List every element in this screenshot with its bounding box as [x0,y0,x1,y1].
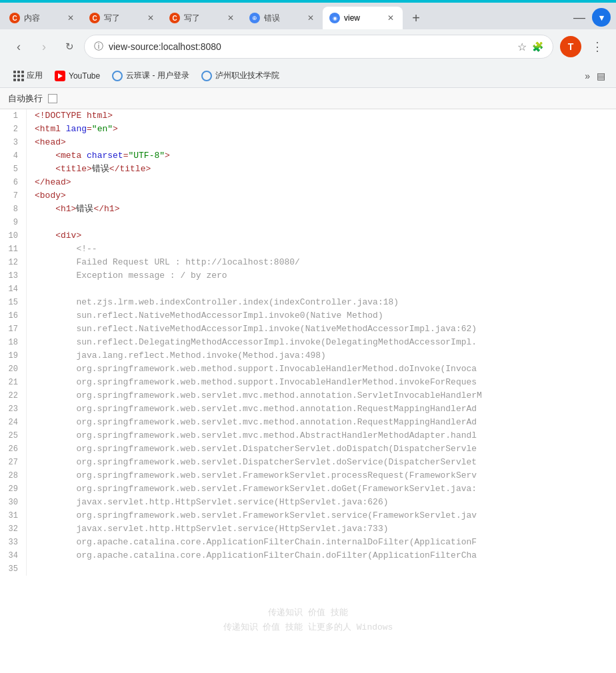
line-number: 10 [0,229,27,243]
tab-2[interactable]: C 写了 ✕ [83,7,163,29]
line-content: org.springframework.web.servlet.Dispatch… [27,442,477,456]
source-line: 8 <h1>错误</h1> [0,203,616,216]
source-line: 10 <div> [0,229,616,243]
source-line: 3 <head> [0,136,616,149]
line-content: org.springframework.web.method.support.I… [27,362,477,376]
line-content: org.apache.catalina.core.ApplicationFilt… [27,536,477,549]
line-content: org.springframework.web.servlet.Dispatch… [27,456,477,469]
menu-button[interactable]: ⋮ [587,36,608,57]
line-number: 28 [0,469,27,482]
line-number: 24 [0,416,27,429]
tab2-close[interactable]: ✕ [145,13,156,23]
profile-button[interactable]: T [560,36,581,57]
line-number: 6 [0,176,27,189]
luzhou-favicon [201,71,212,81]
source-line: 14 [0,283,616,296]
tab-right-controls: — ▾ [569,8,616,29]
line-number: 14 [0,283,27,296]
source-line: 16 sun.reflect.NativeMethodAccessorImpl.… [0,309,616,323]
line-number: 34 [0,549,27,562]
tab-5-active[interactable]: ◉ view ✕ [323,7,403,29]
bookmark-yunban[interactable]: 云班课 - 用户登录 [107,67,195,84]
line-content: <!-- [27,243,97,256]
tab-1[interactable]: C 内容 ✕ [3,7,83,29]
bookmark-star-icon[interactable]: ☆ [517,41,527,53]
line-content: org.springframework.web.servlet.mvc.meth… [27,402,477,416]
line-content: <head> [27,136,66,149]
reload-button[interactable]: ↻ [59,36,80,57]
extensions-icon[interactable]: 🧩 [532,41,543,52]
line-content: javax.servlet.http.HttpServlet.service(H… [27,522,389,536]
tab1-close[interactable]: ✕ [65,13,76,23]
line-content: net.zjs.lrm.web.indexController.index(in… [27,296,399,309]
line-number: 26 [0,442,27,456]
line-number: 31 [0,509,27,522]
back-button[interactable]: ‹ [8,36,29,57]
line-content: org.springframework.web.servlet.Framewor… [27,482,477,496]
source-line: 15 net.zjs.lrm.web.indexController.index… [0,296,616,309]
line-content: Failed Request URL : http://localhost:80… [27,256,300,269]
tab4-favicon: ⊕ [249,13,260,23]
source-line: 21 org.springframework.web.method.suppor… [0,376,616,389]
line-content: <body> [27,189,66,203]
apps-grid-icon [13,71,24,81]
line-content: </head> [27,176,71,189]
info-icon: ⓘ [94,41,103,53]
address-input-area[interactable]: ⓘ view-source:localhost:8080 ☆ 🧩 [84,35,553,59]
sidebar-button[interactable]: ▤ [594,68,608,84]
line-content: org.springframework.web.servlet.mvc.meth… [27,429,477,442]
line-number: 13 [0,269,27,283]
forward-button[interactable]: › [33,36,55,57]
source-line: 33 org.apache.catalina.core.ApplicationF… [0,536,616,549]
line-number: 7 [0,189,27,203]
bookmark-luzhou[interactable]: 泸州职业技术学院 [196,67,285,84]
minimize-button[interactable]: — [569,11,589,25]
source-line: 11 <!-- [0,243,616,256]
line-number: 35 [0,562,27,576]
profile-icon[interactable]: ▾ [592,8,611,27]
tab4-title: 错误 [264,13,301,24]
line-number: 5 [0,163,27,176]
source-line: 13 Exception message : / by zero [0,269,616,283]
auto-wrap-checkbox[interactable] [48,94,57,103]
source-line: 24 org.springframework.web.servlet.mvc.m… [0,416,616,429]
tab4-close[interactable]: ✕ [305,13,316,23]
source-line: 29 org.springframework.web.servlet.Frame… [0,482,616,496]
line-number: 27 [0,456,27,469]
line-number: 22 [0,389,27,402]
source-line: 7 <body> [0,189,616,203]
tab1-title: 内容 [24,13,61,24]
line-content: <!DOCTYPE html> [27,109,113,123]
bookmark-apps[interactable]: 应用 [8,67,48,84]
line-content: <title>错误</title> [27,163,151,176]
source-line: 27 org.springframework.web.servlet.Dispa… [0,456,616,469]
line-number: 32 [0,522,27,536]
line-number: 25 [0,429,27,442]
line-number: 15 [0,296,27,309]
source-code-area[interactable]: 1 <!DOCTYPE html> 2 <html lang="en"> 3 <… [0,109,616,673]
line-content: org.springframework.web.servlet.Framewor… [27,469,477,482]
bookmark-youtube[interactable]: YouTube [49,68,105,84]
luzhou-label: 泸州职业技术学院 [215,70,279,81]
source-line: 2 <html lang="en"> [0,123,616,136]
line-content [27,562,40,576]
tab3-close[interactable]: ✕ [225,13,236,23]
line-content: sun.reflect.DelegatingMethodAccessorImpl… [27,336,477,349]
line-content: sun.reflect.NativeMethodAccessorImpl.inv… [27,309,383,323]
more-bookmarks-button[interactable]: » [582,68,593,84]
browser-window: C 内容 ✕ C 写了 ✕ C 写了 ✕ ⊕ 错误 ✕ ◉ view ✕ [0,0,616,673]
line-number: 33 [0,536,27,549]
line-content: <h1>错误</h1> [27,203,119,216]
source-line: 17 sun.reflect.NativeMethodAccessorImpl.… [0,323,616,336]
source-line: 32 javax.servlet.http.HttpServlet.servic… [0,522,616,536]
new-tab-button[interactable]: + [405,9,427,27]
source-line: 19 java.lang.reflect.Method.invoke(Metho… [0,349,616,362]
tab-4[interactable]: ⊕ 错误 ✕ [243,7,323,29]
apps-label: 应用 [27,70,43,81]
tab-3[interactable]: C 写了 ✕ [163,7,243,29]
source-line: 23 org.springframework.web.servlet.mvc.m… [0,402,616,416]
tab5-favicon: ◉ [329,13,340,23]
tab5-close[interactable]: ✕ [385,13,396,23]
tab3-favicon: C [169,13,180,23]
line-content: org.springframework.web.servlet.mvc.meth… [27,416,477,429]
